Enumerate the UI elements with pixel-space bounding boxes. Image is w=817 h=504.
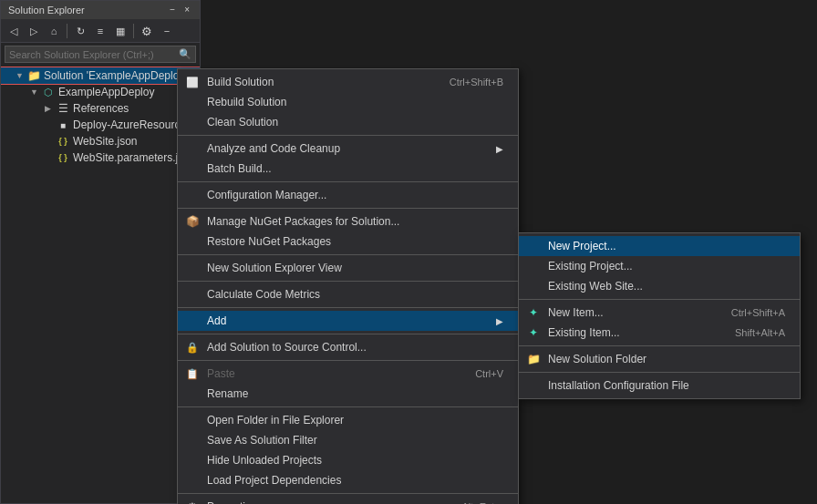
search-icon: 🔍 [179, 48, 191, 60]
menu-sep6 [178, 307, 518, 308]
menu-build-solution[interactable]: ⬜ Build Solution Ctrl+Shift+B [178, 72, 518, 92]
submenu-new-item-shortcut: Ctrl+Shift+A [704, 307, 785, 318]
source-control-icon: 🔒 [183, 338, 202, 356]
menu-properties-label: Properties [207, 500, 257, 504]
website-json-label: WebSite.json [73, 135, 137, 148]
references-icon: ☰ [56, 101, 70, 116]
menu-rebuild-solution[interactable]: Rebuild Solution [178, 92, 518, 112]
menu-nuget-label: Manage NuGet Packages for Solution... [207, 215, 399, 228]
home-button[interactable]: ⌂ [45, 22, 63, 40]
toolbar-row: ◁ ▷ ⌂ ↻ ≡ ▦ ⚙ − [1, 20, 200, 43]
menu-add-source-label: Add Solution to Source Control... [207, 341, 367, 354]
new-item-icon: ✦ [524, 303, 543, 322]
menu-paste[interactable]: 📋 Paste Ctrl+V [178, 364, 518, 384]
menu-config-manager[interactable]: Configuration Manager... [178, 185, 518, 205]
submenu-sep3 [519, 372, 800, 373]
menu-sep8 [178, 360, 518, 361]
tree-item-references[interactable]: ▶ ☰ References [1, 100, 200, 117]
menu-add[interactable]: Add ▶ [178, 311, 518, 331]
submenu-new-folder-label: New Solution Folder [548, 353, 646, 365]
filter-button[interactable]: ≡ [91, 22, 109, 40]
menu-load-deps[interactable]: Load Project Dependencies [178, 470, 518, 490]
tree-item-deploy[interactable]: ■ Deploy-AzureResourceC... [1, 117, 200, 133]
submenu-existing-website[interactable]: Existing Web Site... [519, 276, 800, 296]
back-button[interactable]: ◁ [5, 22, 23, 40]
menu-calc-label: Calculate Code Metrics [207, 288, 320, 301]
menu-batch-label: Batch Build... [207, 162, 272, 175]
view-button[interactable]: ▦ [111, 22, 129, 40]
deploy-file-icon: ■ [56, 118, 70, 132]
menu-open-folder-label: Open Folder in File Explorer [207, 414, 344, 427]
menu-hide-label: Hide Unloaded Projects [207, 454, 322, 467]
submenu-new-project[interactable]: New Project... [519, 236, 800, 256]
settings-button[interactable]: ⚙ [138, 22, 156, 40]
menu-analyze[interactable]: Analyze and Code Cleanup ▶ [178, 139, 518, 159]
expand-arrow-references: ▶ [45, 104, 56, 113]
analyze-arrow-icon: ▶ [487, 144, 503, 154]
forward-button[interactable]: ▷ [25, 22, 43, 40]
menu-restore-nuget[interactable]: Restore NuGet Packages [178, 231, 518, 252]
menu-sep2 [178, 181, 518, 182]
submenu-existing-item[interactable]: ✦ Existing Item... Shift+Alt+A [519, 323, 800, 343]
close-panel-button[interactable]: × [181, 5, 192, 15]
submenu-install-config[interactable]: Installation Configuration File [519, 375, 800, 396]
submenu-existing-item-shortcut: Shift+Alt+A [708, 327, 785, 338]
solution-label: Solution 'ExampleAppDeploy' [44, 69, 187, 82]
context-menu: ⬜ Build Solution Ctrl+Shift+B Rebuild So… [177, 68, 519, 504]
submenu-new-item-label: New Item... [548, 306, 604, 319]
params-file-icon: { } [56, 150, 70, 165]
project-icon: ⬡ [41, 85, 56, 99]
submenu-new-project-label: New Project... [548, 240, 616, 252]
menu-save-filter[interactable]: Save As Solution Filter [178, 430, 518, 450]
menu-sep7 [178, 334, 518, 334]
menu-paste-label: Paste [207, 367, 235, 380]
menu-sep3 [178, 208, 518, 209]
properties-icon: ⚙ [183, 498, 202, 504]
search-input[interactable] [9, 49, 179, 60]
menu-analyze-label: Analyze and Code Cleanup [207, 142, 340, 155]
menu-new-sol-label: New Solution Explorer View [207, 262, 342, 274]
menu-hide-unloaded[interactable]: Hide Unloaded Projects [178, 450, 518, 470]
submenu-existing-website-label: Existing Web Site... [548, 280, 643, 293]
submenu-new-item[interactable]: ✦ New Item... Ctrl+Shift+A [519, 303, 800, 323]
menu-calc-metrics[interactable]: Calculate Code Metrics [178, 284, 518, 304]
menu-open-folder[interactable]: Open Folder in File Explorer [178, 410, 518, 430]
paste-icon: 📋 [183, 365, 202, 383]
tree-item-project[interactable]: ▼ ⬡ ExampleAppDeploy [1, 84, 200, 100]
menu-rename[interactable]: Rename [178, 384, 518, 404]
submenu-new-solution-folder[interactable]: 📁 New Solution Folder [519, 349, 800, 369]
minimize-button[interactable]: − [158, 22, 176, 40]
build-icon: ⬜ [183, 73, 202, 91]
solution-folder-icon: 📁 [524, 350, 543, 368]
menu-load-deps-label: Load Project Dependencies [207, 474, 341, 487]
menu-clean-label: Clean Solution [207, 116, 278, 129]
menu-nuget-packages[interactable]: 📦 Manage NuGet Packages for Solution... [178, 211, 518, 231]
references-label: References [73, 102, 129, 115]
panel-title: Solution Explorer [8, 5, 85, 15]
menu-rebuild-label: Rebuild Solution [207, 96, 286, 108]
sync-button[interactable]: ↻ [71, 22, 89, 40]
menu-batch-build[interactable]: Batch Build... [178, 159, 518, 179]
solution-explorer-panel: Solution Explorer − × ◁ ▷ ⌂ ↻ ≡ ▦ ⚙ − 🔍 … [0, 0, 201, 504]
submenu-existing-project-label: Existing Project... [548, 260, 633, 273]
search-bar: 🔍 [5, 46, 196, 63]
submenu-sep2 [519, 345, 800, 346]
json-file-icon: { } [56, 134, 70, 149]
menu-add-to-source[interactable]: 🔒 Add Solution to Source Control... [178, 337, 518, 357]
solution-icon: 📁 [26, 68, 41, 83]
project-label: ExampleAppDeploy [58, 86, 154, 98]
panel-title-actions: − × [167, 5, 192, 15]
menu-new-solution-explorer[interactable]: New Solution Explorer View [178, 258, 518, 278]
tree-item-website-json[interactable]: { } WebSite.json [1, 133, 200, 149]
menu-properties[interactable]: ⚙ Properties Alt+Enter [178, 497, 518, 504]
tree-item-website-params[interactable]: { } WebSite.parameters.json [1, 149, 200, 166]
existing-item-icon: ✦ [524, 324, 543, 342]
auto-hide-button[interactable]: − [167, 5, 178, 15]
menu-sep4 [178, 254, 518, 255]
tree-item-solution[interactable]: ▼ 📁 Solution 'ExampleAppDeploy' [1, 67, 200, 84]
toolbar-sep1 [67, 24, 67, 38]
panel-title-bar: Solution Explorer − × [1, 1, 200, 20]
submenu-add: New Project... Existing Project... Exist… [518, 232, 801, 399]
menu-clean-solution[interactable]: Clean Solution [178, 112, 518, 132]
submenu-existing-project[interactable]: Existing Project... [519, 256, 800, 276]
